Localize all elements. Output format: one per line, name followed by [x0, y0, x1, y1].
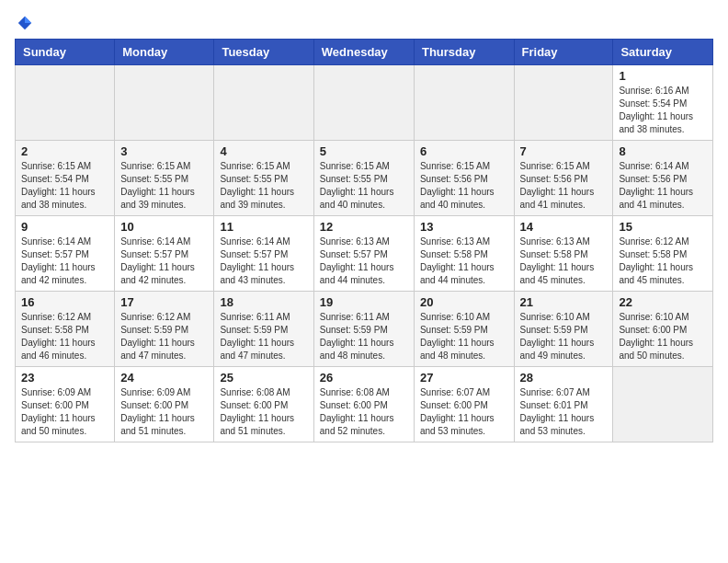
- day-number: 9: [21, 220, 108, 234]
- day-info: Sunrise: 6:07 AM Sunset: 6:01 PM Dayligh…: [520, 386, 608, 438]
- day-number: 19: [320, 295, 408, 309]
- day-number: 27: [420, 371, 508, 385]
- logo-icon: [17, 15, 33, 31]
- day-info: Sunrise: 6:11 AM Sunset: 5:59 PM Dayligh…: [320, 311, 408, 362]
- calendar-cell: 17Sunrise: 6:12 AM Sunset: 5:59 PM Dayli…: [115, 292, 214, 367]
- calendar-cell: 19Sunrise: 6:11 AM Sunset: 5:59 PM Dayli…: [313, 292, 414, 367]
- calendar-cell: 4Sunrise: 6:15 AM Sunset: 5:55 PM Daylig…: [214, 141, 313, 216]
- day-info: Sunrise: 6:16 AM Sunset: 5:54 PM Dayligh…: [619, 85, 707, 136]
- calendar-table: SundayMondayTuesdayWednesdayThursdayFrid…: [15, 39, 713, 442]
- day-number: 12: [320, 220, 408, 234]
- day-number: 5: [320, 144, 408, 158]
- calendar-cell: 14Sunrise: 6:13 AM Sunset: 5:58 PM Dayli…: [514, 216, 613, 292]
- day-info: Sunrise: 6:12 AM Sunset: 5:58 PM Dayligh…: [619, 236, 707, 287]
- calendar-week-row: 2Sunrise: 6:15 AM Sunset: 5:54 PM Daylig…: [16, 141, 713, 216]
- day-info: Sunrise: 6:12 AM Sunset: 5:59 PM Dayligh…: [120, 311, 208, 362]
- calendar-cell: 27Sunrise: 6:07 AM Sunset: 6:00 PM Dayli…: [414, 367, 514, 442]
- calendar-cell: 7Sunrise: 6:15 AM Sunset: 5:56 PM Daylig…: [514, 141, 613, 216]
- day-info: Sunrise: 6:14 AM Sunset: 5:57 PM Dayligh…: [120, 236, 208, 287]
- day-number: 20: [420, 295, 508, 309]
- calendar-cell: 1Sunrise: 6:16 AM Sunset: 5:54 PM Daylig…: [613, 65, 713, 141]
- day-info: Sunrise: 6:11 AM Sunset: 5:59 PM Dayligh…: [220, 311, 307, 362]
- calendar-cell: 15Sunrise: 6:12 AM Sunset: 5:58 PM Dayli…: [613, 216, 713, 292]
- calendar-header-row: SundayMondayTuesdayWednesdayThursdayFrid…: [16, 40, 713, 65]
- calendar-cell: [514, 65, 613, 141]
- day-info: Sunrise: 6:10 AM Sunset: 5:59 PM Dayligh…: [520, 311, 608, 362]
- calendar-cell: 24Sunrise: 6:09 AM Sunset: 6:00 PM Dayli…: [115, 367, 214, 442]
- day-info: Sunrise: 6:13 AM Sunset: 5:58 PM Dayligh…: [420, 236, 508, 287]
- day-info: Sunrise: 6:14 AM Sunset: 5:57 PM Dayligh…: [21, 236, 108, 287]
- calendar-cell: 20Sunrise: 6:10 AM Sunset: 5:59 PM Dayli…: [414, 292, 514, 367]
- calendar-cell: [313, 65, 414, 141]
- day-number: 2: [21, 144, 108, 158]
- day-number: 17: [120, 295, 208, 309]
- day-info: Sunrise: 6:12 AM Sunset: 5:58 PM Dayligh…: [21, 311, 108, 362]
- calendar-cell: 21Sunrise: 6:10 AM Sunset: 5:59 PM Dayli…: [514, 292, 613, 367]
- day-info: Sunrise: 6:15 AM Sunset: 5:55 PM Dayligh…: [220, 160, 307, 212]
- day-number: 25: [220, 371, 307, 385]
- logo: [15, 15, 35, 31]
- calendar-cell: [414, 65, 514, 141]
- day-number: 4: [220, 144, 307, 158]
- calendar-cell: 2Sunrise: 6:15 AM Sunset: 5:54 PM Daylig…: [16, 141, 115, 216]
- day-number: 28: [520, 371, 608, 385]
- day-number: 15: [619, 220, 707, 234]
- day-number: 16: [21, 295, 108, 309]
- calendar-cell: 11Sunrise: 6:14 AM Sunset: 5:57 PM Dayli…: [214, 216, 313, 292]
- day-info: Sunrise: 6:15 AM Sunset: 5:55 PM Dayligh…: [320, 160, 408, 212]
- calendar-cell: 23Sunrise: 6:09 AM Sunset: 6:00 PM Dayli…: [16, 367, 115, 442]
- weekday-header-sunday: Sunday: [16, 40, 115, 65]
- day-number: 23: [21, 371, 108, 385]
- calendar-week-row: 16Sunrise: 6:12 AM Sunset: 5:58 PM Dayli…: [16, 292, 713, 367]
- day-info: Sunrise: 6:08 AM Sunset: 6:00 PM Dayligh…: [320, 386, 408, 438]
- day-info: Sunrise: 6:14 AM Sunset: 5:57 PM Dayligh…: [220, 236, 307, 287]
- day-info: Sunrise: 6:15 AM Sunset: 5:55 PM Dayligh…: [120, 160, 208, 212]
- calendar-cell: 26Sunrise: 6:08 AM Sunset: 6:00 PM Dayli…: [313, 367, 414, 442]
- day-info: Sunrise: 6:15 AM Sunset: 5:54 PM Dayligh…: [21, 160, 108, 212]
- day-info: Sunrise: 6:15 AM Sunset: 5:56 PM Dayligh…: [520, 160, 608, 212]
- day-number: 22: [619, 295, 707, 309]
- day-info: Sunrise: 6:13 AM Sunset: 5:57 PM Dayligh…: [320, 236, 408, 287]
- weekday-header-saturday: Saturday: [613, 40, 713, 65]
- calendar-cell: 18Sunrise: 6:11 AM Sunset: 5:59 PM Dayli…: [214, 292, 313, 367]
- calendar-cell: [16, 65, 115, 141]
- weekday-header-tuesday: Tuesday: [214, 40, 313, 65]
- day-number: 10: [120, 220, 208, 234]
- calendar-cell: 10Sunrise: 6:14 AM Sunset: 5:57 PM Dayli…: [115, 216, 214, 292]
- day-number: 13: [420, 220, 508, 234]
- day-number: 3: [120, 144, 208, 158]
- day-number: 6: [420, 144, 508, 158]
- day-number: 24: [120, 371, 208, 385]
- calendar-cell: 6Sunrise: 6:15 AM Sunset: 5:56 PM Daylig…: [414, 141, 514, 216]
- calendar-cell: 8Sunrise: 6:14 AM Sunset: 5:56 PM Daylig…: [613, 141, 713, 216]
- day-number: 8: [619, 144, 707, 158]
- calendar-cell: 3Sunrise: 6:15 AM Sunset: 5:55 PM Daylig…: [115, 141, 214, 216]
- calendar-cell: 16Sunrise: 6:12 AM Sunset: 5:58 PM Dayli…: [16, 292, 115, 367]
- day-number: 1: [619, 69, 707, 83]
- day-number: 7: [520, 144, 608, 158]
- calendar-cell: 22Sunrise: 6:10 AM Sunset: 6:00 PM Dayli…: [613, 292, 713, 367]
- calendar-cell: 9Sunrise: 6:14 AM Sunset: 5:57 PM Daylig…: [16, 216, 115, 292]
- day-number: 11: [220, 220, 307, 234]
- calendar-cell: 25Sunrise: 6:08 AM Sunset: 6:00 PM Dayli…: [214, 367, 313, 442]
- day-info: Sunrise: 6:15 AM Sunset: 5:56 PM Dayligh…: [420, 160, 508, 212]
- calendar-cell: 12Sunrise: 6:13 AM Sunset: 5:57 PM Dayli…: [313, 216, 414, 292]
- weekday-header-thursday: Thursday: [414, 40, 514, 65]
- day-info: Sunrise: 6:07 AM Sunset: 6:00 PM Dayligh…: [420, 386, 508, 438]
- day-number: 18: [220, 295, 307, 309]
- weekday-header-monday: Monday: [115, 40, 214, 65]
- day-number: 26: [320, 371, 408, 385]
- calendar-week-row: 1Sunrise: 6:16 AM Sunset: 5:54 PM Daylig…: [16, 65, 713, 141]
- weekday-header-wednesday: Wednesday: [313, 40, 414, 65]
- day-number: 14: [520, 220, 608, 234]
- day-info: Sunrise: 6:09 AM Sunset: 6:00 PM Dayligh…: [21, 386, 108, 438]
- calendar-cell: 5Sunrise: 6:15 AM Sunset: 5:55 PM Daylig…: [313, 141, 414, 216]
- day-info: Sunrise: 6:09 AM Sunset: 6:00 PM Dayligh…: [120, 386, 208, 438]
- page-header: [15, 15, 713, 31]
- calendar-cell: 28Sunrise: 6:07 AM Sunset: 6:01 PM Dayli…: [514, 367, 613, 442]
- day-info: Sunrise: 6:10 AM Sunset: 5:59 PM Dayligh…: [420, 311, 508, 362]
- weekday-header-friday: Friday: [514, 40, 613, 65]
- calendar-cell: [613, 367, 713, 442]
- calendar-week-row: 9Sunrise: 6:14 AM Sunset: 5:57 PM Daylig…: [16, 216, 713, 292]
- day-info: Sunrise: 6:13 AM Sunset: 5:58 PM Dayligh…: [520, 236, 608, 287]
